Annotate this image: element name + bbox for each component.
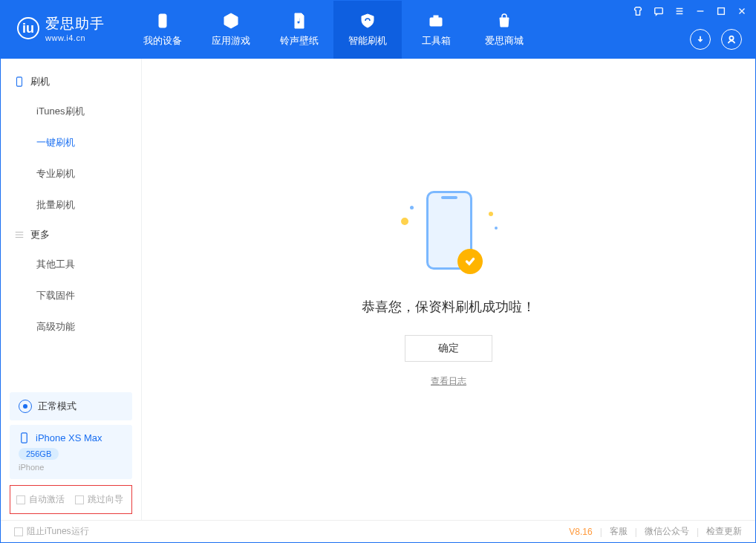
footer-block-label: 阻止iTunes运行 <box>27 525 89 538</box>
svg-rect-6 <box>17 77 22 86</box>
app-name: 爱思助手 <box>45 14 105 33</box>
more-icon <box>14 230 25 240</box>
device-icon <box>14 77 25 87</box>
device-name: iPhone XS Max <box>36 432 102 443</box>
sidebar-item-batch-flash[interactable]: 批量刷机 <box>1 189 141 221</box>
shopping-bag-icon <box>495 12 513 30</box>
footer-link-wechat[interactable]: 微信公众号 <box>645 525 689 538</box>
briefcase-icon <box>427 12 445 30</box>
nav-shop[interactable]: 爱思商城 <box>470 1 538 59</box>
mode-box[interactable]: 正常模式 <box>10 392 132 420</box>
feedback-icon[interactable] <box>653 5 665 17</box>
sidebar-item-itunes-flash[interactable]: iTunes刷机 <box>1 96 141 127</box>
device-phone-icon <box>19 432 30 443</box>
maximize-icon[interactable] <box>715 5 727 17</box>
nav-label: 铃声壁纸 <box>280 34 319 48</box>
sidebar-heading-label: 更多 <box>30 228 50 241</box>
nav-label: 智能刷机 <box>348 34 387 48</box>
option-skip-guide[interactable]: 跳过向导 <box>75 493 123 506</box>
nav-my-device[interactable]: 我的设备 <box>128 1 197 59</box>
svg-point-5 <box>729 36 733 40</box>
user-icon[interactable] <box>721 29 742 50</box>
sidebar-item-other-tools[interactable]: 其他工具 <box>1 249 141 280</box>
device-storage-badge: 256GB <box>19 448 59 460</box>
menu-icon[interactable] <box>674 5 685 17</box>
mode-label: 正常模式 <box>38 400 76 413</box>
sidebar-heading-more: 更多 <box>1 221 141 249</box>
footer-link-check-update[interactable]: 检查更新 <box>706 525 742 538</box>
music-file-icon <box>290 12 308 30</box>
phone-icon <box>154 12 172 30</box>
nav-label: 应用游戏 <box>212 34 250 48</box>
footer-block-itunes[interactable]: 阻止iTunes运行 <box>14 525 89 538</box>
footer-link-support[interactable]: 客服 <box>610 525 628 538</box>
nav-smart-flash[interactable]: 智能刷机 <box>333 1 402 59</box>
svg-rect-2 <box>434 16 438 18</box>
download-icon[interactable] <box>690 29 711 50</box>
svg-rect-8 <box>22 433 27 443</box>
svg-rect-1 <box>430 18 442 26</box>
version-label: V8.16 <box>569 527 592 537</box>
check-badge-icon <box>457 249 483 274</box>
nav-apps-games[interactable]: 应用游戏 <box>197 1 265 59</box>
sidebar-item-advanced[interactable]: 高级功能 <box>1 311 141 342</box>
logo-badge-icon: iu <box>17 17 39 39</box>
checkbox-icon <box>16 495 25 504</box>
option-auto-activate[interactable]: 自动激活 <box>16 493 65 506</box>
svg-point-7 <box>23 404 27 409</box>
skin-icon[interactable] <box>632 5 644 17</box>
nav-label: 爱思商城 <box>485 34 524 48</box>
mode-normal-icon <box>19 400 32 413</box>
option-label: 自动激活 <box>29 493 65 506</box>
minimize-icon[interactable] <box>694 5 706 17</box>
checkbox-icon <box>14 527 23 536</box>
nav-label: 工具箱 <box>422 34 451 48</box>
svg-rect-4 <box>718 8 725 15</box>
app-url: www.i4.cn <box>45 33 105 42</box>
sidebar-item-onekey-flash[interactable]: 一键刷机 <box>1 127 141 158</box>
sidebar-item-pro-flash[interactable]: 专业刷机 <box>1 158 141 189</box>
nav-ringtones-wallpapers[interactable]: 铃声壁纸 <box>265 1 333 59</box>
ok-button[interactable]: 确定 <box>405 335 492 362</box>
nav-label: 我的设备 <box>143 34 182 48</box>
nav-toolbox[interactable]: 工具箱 <box>402 1 470 59</box>
sidebar-heading-flash: 刷机 <box>1 68 141 96</box>
option-label: 跳过向导 <box>88 493 123 506</box>
cube-icon <box>222 12 240 30</box>
success-illustration <box>397 191 501 280</box>
device-type: iPhone <box>19 463 123 472</box>
sidebar-heading-label: 刷机 <box>30 75 50 88</box>
svg-rect-3 <box>655 8 663 14</box>
app-logo: iu 爱思助手 www.i4.cn <box>1 1 115 42</box>
close-icon[interactable] <box>736 5 748 17</box>
device-box[interactable]: iPhone XS Max 256GB iPhone <box>10 425 132 479</box>
svg-rect-0 <box>159 14 166 27</box>
view-log-link[interactable]: 查看日志 <box>431 375 466 388</box>
options-highlight-box: 自动激活 跳过向导 <box>10 485 132 514</box>
sidebar-item-download-firmware[interactable]: 下载固件 <box>1 280 141 311</box>
checkbox-icon <box>75 495 84 504</box>
refresh-shield-icon <box>359 12 377 30</box>
success-title: 恭喜您，保资料刷机成功啦！ <box>362 298 535 316</box>
